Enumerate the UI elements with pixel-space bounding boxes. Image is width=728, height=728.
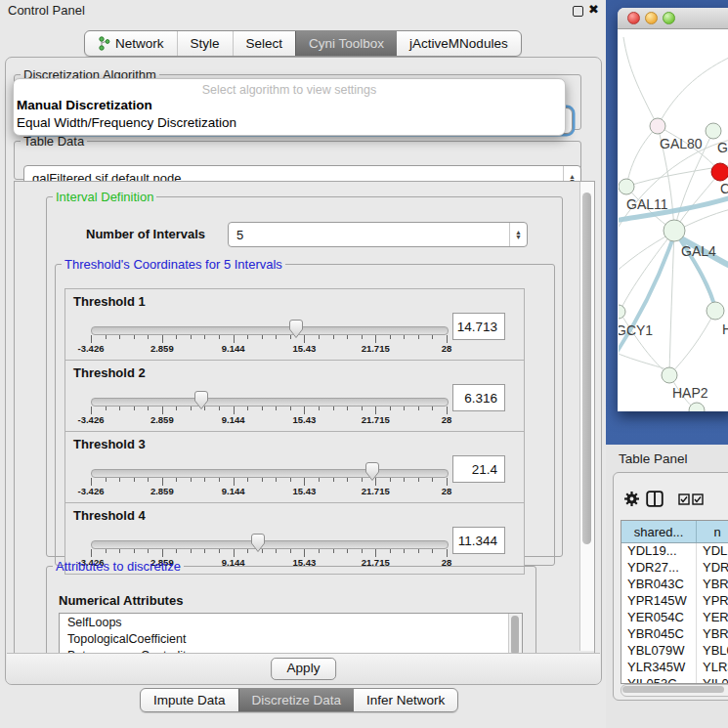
dropdown-option-equal-width[interactable]: Equal Width/Frequency Discretization (16, 115, 564, 130)
tab-select[interactable]: Select (233, 31, 296, 56)
network-node-gal80[interactable] (650, 118, 665, 134)
list-scrollbar[interactable] (508, 614, 522, 654)
network-node-gcy1[interactable] (619, 305, 625, 319)
slider-thumb[interactable] (364, 461, 380, 482)
slider-tick (204, 549, 205, 553)
table-data-group: Table Data galFiltered.sif default node … (14, 134, 581, 180)
cell-name[interactable]: YDR2 (697, 560, 728, 577)
cell-name[interactable]: YBR0 (697, 577, 728, 593)
list-scrollbar-thumb[interactable] (511, 616, 519, 654)
slider-tick (447, 335, 448, 343)
vertical-scrollbar[interactable] (579, 182, 594, 651)
slider-thumb[interactable] (193, 390, 209, 410)
tab-jactivemnodules[interactable]: jActiveMNodules (397, 31, 521, 56)
threshold-value-field[interactable]: 21.4 (452, 455, 505, 483)
threshold-slider-track[interactable] (91, 469, 449, 478)
attribute-list-item[interactable]: SelfLoops (60, 614, 522, 630)
slider-tick (91, 335, 92, 343)
network-node-ga[interactable] (706, 123, 721, 139)
cell-shared-name[interactable]: YLR345W (621, 660, 697, 676)
minimize-traffic-light-icon[interactable] (645, 12, 658, 24)
float-window-icon[interactable] (573, 6, 583, 17)
table-row[interactable]: YPR145WYPR1 (621, 593, 728, 610)
slider-thumb[interactable] (288, 319, 304, 339)
tab-cyni-toolbox[interactable]: Cyni Toolbox (295, 31, 397, 56)
vertical-scrollbar-thumb[interactable] (582, 193, 591, 544)
close-icon[interactable]: ✖ (588, 2, 599, 17)
table-row[interactable]: YLR345WYLR3 (621, 660, 728, 676)
threshold-slider-track[interactable] (91, 398, 449, 407)
table-row[interactable]: YER054CYER0 (621, 610, 728, 626)
slider-tick-label: 9.144 (222, 343, 245, 354)
cell-shared-name[interactable]: YDR27... (621, 560, 697, 577)
slider-tick (134, 407, 135, 410)
combo-stepper-icon[interactable]: ▲▼ (509, 223, 527, 246)
attribute-list-item[interactable]: TopologicalCoefficient (60, 630, 522, 647)
slider-tick (418, 549, 419, 553)
horizontal-scrollbar[interactable] (621, 684, 728, 697)
table-row[interactable]: YBL079WYBL0 (621, 643, 728, 660)
cell-shared-name[interactable]: YBR045C (621, 626, 697, 643)
network-node[interactable] (689, 403, 705, 411)
cell-shared-name[interactable]: YDL19... (621, 543, 697, 560)
column-header-name[interactable]: n (697, 521, 728, 542)
slider-tick (319, 335, 320, 339)
slider-tick (219, 407, 220, 410)
slider-tick (418, 407, 419, 410)
slider-tick (304, 335, 305, 343)
column-header-shared-name[interactable]: shared... (621, 521, 697, 542)
table-row[interactable]: YIL053CYIL0 (621, 676, 728, 684)
cell-shared-name[interactable]: YBR043C (621, 577, 697, 593)
threshold-value-field[interactable]: 6.316 (452, 384, 505, 411)
numerical-attributes-list[interactable]: SelfLoopsTopologicalCoefficientBetweenne… (59, 613, 523, 654)
slider-tick (219, 478, 220, 482)
slider-tick (204, 478, 205, 482)
cell-name[interactable]: YBL0 (697, 643, 728, 660)
network-node-gal11[interactable] (619, 179, 634, 194)
network-window-titlebar[interactable] (618, 8, 728, 29)
cell-name[interactable]: YIL0 (697, 676, 728, 684)
network-node-h[interactable] (707, 302, 724, 320)
threshold-value-field[interactable]: 14.713 (452, 313, 505, 340)
cell-name[interactable]: YBR0 (697, 626, 728, 643)
network-node-hap2[interactable] (662, 367, 677, 383)
tab-discretize-data[interactable]: Discretize Data (238, 689, 355, 711)
select-columns-icon[interactable] (678, 493, 704, 505)
close-traffic-light-icon[interactable] (627, 12, 640, 24)
network-canvas[interactable]: GAL80GACGAL11GAL4GCY1HHAP2 (619, 29, 728, 411)
table-row[interactable]: YDR27...YDR2 (621, 560, 728, 577)
cell-shared-name[interactable]: YIL053C (621, 676, 697, 684)
table-row[interactable]: YDL19...YDL1 (621, 543, 728, 560)
cell-shared-name[interactable]: YER054C (621, 610, 697, 626)
cell-name[interactable]: YPR1 (697, 593, 728, 610)
cell-name[interactable]: YER0 (697, 610, 728, 626)
network-node[interactable] (711, 163, 728, 181)
threshold-slider-track[interactable] (91, 540, 449, 549)
slider-thumb[interactable] (250, 533, 266, 553)
gear-icon[interactable] (623, 491, 640, 507)
slider-tick-label: 28 (442, 486, 452, 496)
number-of-intervals-combobox[interactable]: 5 ▲▼ (228, 222, 528, 247)
dropdown-option-manual[interactable]: Manual Discretization (16, 98, 564, 112)
slider-tick (290, 478, 291, 482)
tab-network[interactable]: Network (85, 31, 177, 56)
slider-tick (134, 549, 135, 553)
table-row[interactable]: YBR043CYBR0 (621, 577, 728, 593)
cell-shared-name[interactable]: YBL079W (621, 643, 697, 660)
node-table[interactable]: shared... n YDL19...YDL1YDR27...YDR2YBR0… (621, 520, 728, 684)
cell-shared-name[interactable]: YPR145W (621, 593, 697, 610)
zoom-traffic-light-icon[interactable] (663, 12, 675, 24)
tab-infer-network[interactable]: Infer Network (354, 689, 457, 711)
tab-impute-data[interactable]: Impute Data (141, 689, 238, 711)
network-node-gal4[interactable] (664, 220, 685, 241)
horizontal-scrollbar-thumb[interactable] (622, 686, 724, 693)
apply-button[interactable]: Apply (271, 658, 337, 680)
threshold-slider-track[interactable] (91, 326, 449, 335)
split-columns-icon[interactable] (646, 491, 664, 507)
threshold-value-field[interactable]: 11.344 (452, 527, 505, 554)
cell-name[interactable]: YDL1 (697, 543, 728, 560)
tab-style[interactable]: Style (177, 31, 233, 56)
slider-tick (418, 478, 419, 482)
cell-name[interactable]: YLR3 (697, 660, 728, 676)
table-row[interactable]: YBR045CYBR0 (621, 626, 728, 643)
